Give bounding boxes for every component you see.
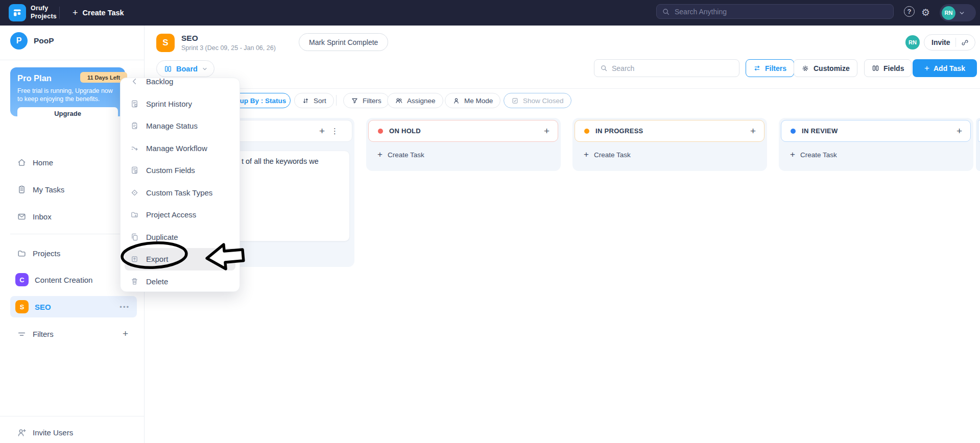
account-menu[interactable]: RN [940, 4, 976, 21]
filters-label: Filters [765, 64, 786, 72]
menu-item-export[interactable]: Export [125, 248, 235, 270]
mark-sprint-complete-button[interactable]: Mark Sprint Complete [299, 33, 388, 51]
checkbox-icon [511, 97, 519, 105]
project-context-menu: Backlog Sprint History Manage Status [120, 78, 240, 292]
navbar-divider [59, 7, 60, 19]
project-options-icon[interactable]: ••• [119, 303, 130, 311]
column-header: IN REVIEW + [781, 120, 971, 142]
menu-item-label: Backlog [146, 78, 173, 86]
upgrade-button[interactable]: Upgrade [17, 107, 118, 119]
view-switcher-board[interactable]: Board [156, 60, 214, 77]
menu-item-label: Duplicate [146, 233, 178, 241]
customize-button[interactable]: Customize [794, 59, 857, 77]
toolbar-filters-button[interactable]: Filters [343, 93, 389, 108]
kanban-logo-glyph [12, 7, 23, 18]
sidebar-item-label: My Tasks [33, 185, 64, 194]
add-task-in-column-icon[interactable]: + [957, 126, 962, 137]
plan-description: Free trial is running, Upgrade now to ke… [17, 87, 118, 103]
avatar: RN [942, 6, 955, 20]
question-glyph: ? [907, 8, 912, 15]
link-icon[interactable] [961, 39, 969, 46]
add-task-in-column-icon[interactable]: + [750, 126, 756, 137]
fields-button[interactable]: Fields [864, 59, 912, 77]
column-name: ON HOLD [389, 127, 421, 135]
create-task-row[interactable]: + Create Task [584, 150, 631, 160]
fields-label: Fields [883, 64, 904, 72]
add-task-button[interactable]: + Add Task [913, 59, 977, 77]
assignee-button[interactable]: Assignee [387, 93, 443, 108]
menu-item-custom-fields[interactable]: Custom Fields [125, 159, 235, 182]
pro-plan-card: Pro Plan 11 Days Left Free trial is runn… [10, 67, 125, 116]
menu-item-duplicate[interactable]: Duplicate [125, 226, 235, 249]
chevron-down-icon [202, 66, 208, 72]
add-task-in-column-icon[interactable]: + [319, 126, 325, 137]
show-closed-toggle[interactable]: Show Closed [504, 93, 571, 108]
create-task-row[interactable]: + Create Task [377, 150, 424, 160]
people-icon [395, 96, 403, 105]
divider [10, 234, 134, 234]
help-icon[interactable]: ? [904, 6, 915, 17]
sort-button[interactable]: Sort [294, 93, 334, 108]
orufy-logo-icon[interactable] [9, 4, 26, 21]
delete-trash-icon [130, 277, 139, 286]
add-filter-icon[interactable]: + [123, 328, 128, 339]
kanban-column-on-hold: ON HOLD + + Create Task [366, 118, 561, 171]
board-search[interactable] [594, 59, 739, 77]
menu-item-project-access[interactable]: Project Access [125, 204, 235, 226]
person-icon [452, 97, 460, 105]
kanban-column-edge-sliver [976, 118, 980, 171]
plus-icon: + [790, 150, 795, 160]
plan-line2: to keep enjoying the benefits. [17, 95, 118, 103]
workspace-name[interactable]: PooP [34, 36, 54, 45]
menu-item-label: Manage Status [146, 121, 198, 130]
menu-item-label: Delete [146, 277, 168, 286]
column-name: IN REVIEW [802, 127, 838, 135]
column-header: ON HOLD + [368, 120, 558, 142]
sidebar-item-label: Filters [33, 330, 54, 338]
project-icon: S [15, 300, 29, 313]
create-task-row[interactable]: + Create Task [790, 150, 837, 160]
me-mode-button[interactable]: Me Mode [445, 93, 500, 108]
divider [0, 416, 145, 416]
menu-item-custom-task-types[interactable]: Custom Task Types [125, 182, 235, 204]
page-title: SEO [181, 34, 198, 43]
column-options-icon[interactable]: ⋮ [331, 127, 339, 136]
workspace-avatar[interactable]: P [10, 32, 28, 50]
menu-item-backlog[interactable]: Backlog [125, 78, 235, 93]
brand-line2: Projects [31, 12, 57, 20]
toolbar-filters-label: Filters [363, 97, 381, 105]
sidebar-item-filters[interactable]: Filters + [0, 323, 145, 344]
board-search-input[interactable] [612, 64, 733, 72]
me-mode-label: Me Mode [464, 97, 493, 105]
invite-users-button[interactable]: Invite Users [0, 422, 145, 443]
sidebar-item-label: Projects [33, 249, 60, 258]
sidebar-project-seo-selected[interactable]: S SEO ••• [10, 296, 137, 317]
brand-line1: Orufy [31, 4, 57, 12]
settings-gear-icon[interactable]: ⚙ [921, 6, 930, 18]
assignee-label: Assignee [407, 97, 436, 105]
create-task-button[interactable]: + Create Task [73, 0, 124, 26]
plan-line1: Free trial is running, Upgrade now [17, 87, 118, 95]
column-header: IN PROGRESS + [575, 120, 764, 142]
sidebar-item-label: Inbox [33, 212, 52, 221]
status-dot [584, 129, 589, 134]
menu-item-manage-workflow[interactable]: Manage Workflow [125, 137, 235, 160]
sprint-info: Sprint 3 (Dec 09, 25 - Jan 06, 26) [181, 44, 276, 52]
board-columns-icon [164, 65, 172, 73]
global-search[interactable] [656, 4, 894, 19]
divider [0, 60, 145, 60]
add-task-in-column-icon[interactable]: + [544, 126, 549, 137]
menu-item-manage-status[interactable]: Manage Status [125, 115, 235, 137]
brand-text: Orufy Projects [31, 4, 57, 20]
view-label: Board [176, 65, 198, 73]
global-search-input[interactable] [675, 8, 888, 16]
plus-icon: + [924, 63, 929, 73]
member-avatar[interactable]: RN [905, 35, 920, 50]
menu-item-label: Custom Fields [146, 166, 195, 175]
filters-button-active[interactable]: Filters [746, 59, 794, 77]
menu-item-sprint-history[interactable]: Sprint History [125, 93, 235, 115]
invite-button[interactable]: Invite [924, 34, 975, 51]
invite-label: Invite [931, 38, 950, 46]
menu-item-delete[interactable]: Delete [125, 270, 235, 292]
menu-item-label: Custom Task Types [146, 188, 212, 197]
